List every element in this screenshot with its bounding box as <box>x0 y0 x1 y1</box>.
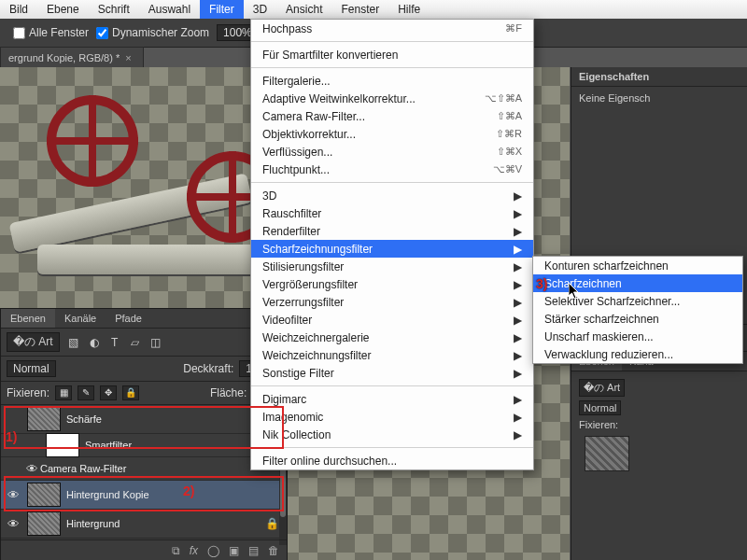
filter-menu-item[interactable]: Weichzeichnergalerie▶ <box>251 329 533 346</box>
layer-name: Hintergrund <box>66 518 265 529</box>
annotation-label-3: 3) <box>536 276 547 291</box>
menu-bild[interactable]: Bild <box>0 0 37 19</box>
filter-menu-item[interactable]: Stilisierungsfilter▶ <box>251 258 533 275</box>
filter-menu-item[interactable]: Hochpass⌘F <box>251 20 533 37</box>
filter-menu-item[interactable]: Renderfilter▶ <box>251 222 533 240</box>
lock-icon: 🔒 <box>265 517 279 530</box>
visibility-icon[interactable]: 👁 <box>5 517 21 531</box>
document-tab[interactable]: ergrund Kopie, RGB/8) * × <box>0 47 144 68</box>
sharpen-menu-item[interactable]: Selektiver Scharfzeichner... <box>533 292 742 310</box>
all-windows-checkbox[interactable] <box>13 27 25 39</box>
menu-schrift[interactable]: Schrift <box>89 0 139 19</box>
layer-thumb <box>27 483 61 507</box>
filter-shape-icon[interactable]: ▱ <box>129 336 142 349</box>
all-windows-label: Alle Fenster <box>29 26 89 39</box>
filter-image-icon[interactable]: ▧ <box>67 336 80 349</box>
fx-icon[interactable]: fx <box>190 544 198 557</box>
layers-tab-ebenen[interactable]: Ebenen <box>1 309 55 328</box>
layer-row[interactable]: 👁Camera Raw-Filter <box>1 457 287 481</box>
mask-icon[interactable]: ◯ <box>207 544 219 557</box>
filter-menu-item[interactable]: Verflüssigen...⇧⌘X <box>251 143 533 161</box>
layer-row[interactable]: Smartfilter <box>1 434 287 457</box>
trash-icon[interactable]: 🗑 <box>268 544 279 557</box>
layers-footer: ⧉ fx ◯ ▣ ▤ 🗑 <box>1 539 287 560</box>
filter-menu-item[interactable]: Verzerrungsfilter▶ <box>251 293 533 311</box>
mini-blend-select[interactable]: Normal <box>579 400 621 415</box>
layer-name: Hintergrund Kopie <box>66 489 283 500</box>
filter-menu-item[interactable]: Fluchtpunkt...⌥⌘V <box>251 161 533 178</box>
layers-blend-row: Normal Deckkraft: 100% <box>1 357 287 382</box>
lock-move-icon[interactable]: ✥ <box>100 385 117 400</box>
properties-panel-body: Keine Eigensch <box>571 87 747 109</box>
blend-mode-select[interactable]: Normal <box>7 360 56 377</box>
sharpen-submenu[interactable]: Konturen scharfzeichnenScharfzeichnenSel… <box>532 256 743 364</box>
close-icon[interactable]: × <box>125 52 131 63</box>
sharpen-menu-item[interactable]: Konturen scharfzeichnen <box>533 257 742 274</box>
layers-panel: EbenenKanälePfade �の Art ▧ ◐ T ▱ ◫ Norma… <box>0 308 288 560</box>
menu-3d[interactable]: 3D <box>244 0 276 19</box>
sharpen-menu-item[interactable]: Unscharf maskieren... <box>533 328 742 345</box>
new-layer-icon[interactable]: ▤ <box>248 544 259 557</box>
lock-all-icon[interactable]: 🔒 <box>122 385 139 400</box>
filter-menu-item[interactable]: Filtergalerie... <box>251 72 533 90</box>
annotation-label-1: 1) <box>6 429 17 444</box>
visibility-icon[interactable]: 👁 <box>5 488 21 502</box>
mini-fix-label: Fixieren: <box>579 419 740 430</box>
filter-menu-item[interactable]: Digimarc▶ <box>251 390 533 408</box>
properties-panel-header[interactable]: Eigenschaften <box>571 67 747 87</box>
annotation-label-2: 2) <box>183 483 194 498</box>
menu-filter[interactable]: Filter <box>200 0 244 19</box>
layer-row[interactable]: 👁Hintergrund Kopie <box>1 481 287 510</box>
layers-filter-row: �の Art ▧ ◐ T ▱ ◫ <box>1 329 287 357</box>
dynamic-zoom-checkbox[interactable] <box>96 27 108 39</box>
filter-menu-item[interactable]: Imagenomic▶ <box>251 408 533 426</box>
layer-row[interactable]: 👁Hintergrund🔒 <box>1 510 287 539</box>
menu-ansicht[interactable]: Ansicht <box>276 0 331 19</box>
visibility-icon[interactable]: 👁 <box>23 462 40 476</box>
filter-menu-item[interactable]: Objektivkorrektur...⇧⌘R <box>251 125 533 143</box>
filter-menu-item[interactable]: Filter online durchsuchen... <box>251 452 533 469</box>
filter-menu[interactable]: Hochpass⌘FFür Smartfilter konvertierenFi… <box>250 19 534 470</box>
filter-adjust-icon[interactable]: ◐ <box>88 336 101 349</box>
layer-thumb <box>27 511 61 536</box>
filter-type-icon[interactable]: T <box>108 336 121 349</box>
filter-menu-item[interactable]: Videofilter▶ <box>251 311 533 329</box>
filter-menu-item[interactable]: Nik Collection▶ <box>251 426 533 443</box>
menu-auswahl[interactable]: Auswahl <box>139 0 200 19</box>
menu-fenster[interactable]: Fenster <box>331 0 388 19</box>
layers-tab-kanäle[interactable]: Kanäle <box>55 309 106 328</box>
filter-menu-item[interactable]: Vergrößerungsfilter▶ <box>251 275 533 293</box>
filter-menu-item[interactable]: Rauschfilter▶ <box>251 204 533 222</box>
link-icon[interactable]: ⧉ <box>172 544 180 557</box>
filter-menu-item[interactable]: Scharfzeichnungsfilter▶ <box>251 240 533 258</box>
menu-hilfe[interactable]: Hilfe <box>388 0 430 19</box>
document-tab-label: ergrund Kopie, RGB/8) * <box>8 52 120 63</box>
opacity-label: Deckkraft: <box>183 362 233 375</box>
layers-lock-row: Fixieren: ▦ ✎ ✥ 🔒 Fläche: 100% <box>1 382 287 405</box>
mini-layer-thumb[interactable] <box>585 436 629 471</box>
layer-name: Camera Raw-Filter <box>40 463 283 474</box>
fill-label: Fläche: <box>210 386 247 399</box>
sharpen-menu-item[interactable]: Scharfzeichnen <box>533 274 742 292</box>
lock-label: Fixieren: <box>7 386 49 399</box>
filter-menu-item[interactable]: Für Smartfilter konvertieren <box>251 46 533 63</box>
sharpen-menu-item[interactable]: Stärker scharfzeichnen <box>533 310 742 328</box>
dynamic-zoom-label: Dynamischer Zoom <box>112 26 209 39</box>
filter-smart-icon[interactable]: ◫ <box>149 336 162 349</box>
lock-pixels-icon[interactable]: ▦ <box>55 385 72 400</box>
filter-menu-item[interactable]: 3D▶ <box>251 187 533 204</box>
filter-menu-item[interactable]: Weichzeichnungsfilter▶ <box>251 346 533 364</box>
mini-kind-select[interactable]: �の Art <box>579 379 625 397</box>
folder-icon[interactable]: ▣ <box>229 544 239 557</box>
layer-kind-select[interactable]: �の Art <box>7 332 60 352</box>
layer-thumb <box>46 433 79 457</box>
apple-menubar: BildEbeneSchriftAuswahlFilter3DAnsichtFe… <box>0 0 747 20</box>
layers-tab-pfade[interactable]: Pfade <box>106 309 151 328</box>
filter-menu-item[interactable]: Camera Raw-Filter...⇧⌘A <box>251 107 533 125</box>
lock-brush-icon[interactable]: ✎ <box>78 385 94 400</box>
menu-ebene[interactable]: Ebene <box>37 0 89 19</box>
layer-row[interactable]: Schärfe◉ <box>1 405 287 434</box>
filter-menu-item[interactable]: Adaptive Weitwinkelkorrektur...⌥⇧⌘A <box>251 90 533 107</box>
sharpen-menu-item[interactable]: Verwacklung reduzieren... <box>533 345 742 363</box>
filter-menu-item[interactable]: Sonstige Filter▶ <box>251 364 533 382</box>
